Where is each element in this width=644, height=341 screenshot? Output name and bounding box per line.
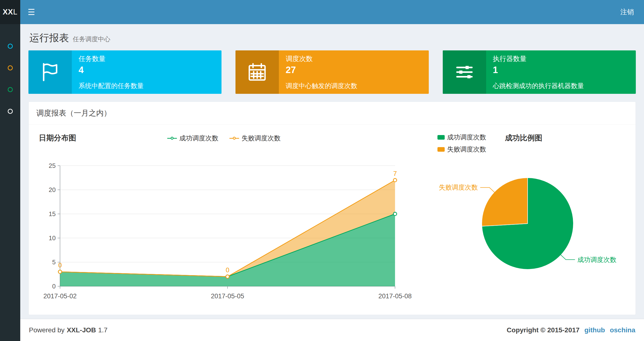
info-box-description: 系统中配置的任务数量 bbox=[78, 82, 215, 90]
date-distribution-plot[interactable]: 05101520252017-05-022017-05-052017-05-08… bbox=[36, 151, 412, 305]
swatch-icon bbox=[438, 135, 445, 140]
logout-link[interactable]: 注销 bbox=[610, 0, 644, 24]
line-marker-icon bbox=[230, 137, 239, 140]
pie-chart-title: 成功比例图 bbox=[505, 133, 542, 143]
success-ratio-chart: 成功调度次数 失败调度次数 成功比例图 成功调度次数失败调度次数 bbox=[412, 131, 628, 306]
brand-name: XXL-JOB bbox=[67, 326, 96, 334]
legend-item-success[interactable]: 成功调度次数 bbox=[438, 133, 486, 142]
oschina-link[interactable]: oschina bbox=[610, 326, 635, 334]
legend-label: 成功调度次数 bbox=[179, 134, 218, 143]
svg-text:2017-05-05: 2017-05-05 bbox=[211, 292, 244, 300]
legend-item-success[interactable]: 成功调度次数 bbox=[167, 134, 218, 143]
info-box-value: 4 bbox=[78, 65, 215, 75]
svg-text:2017-05-02: 2017-05-02 bbox=[44, 292, 77, 300]
copyright-text: Copyright © 2015-2017 bbox=[506, 326, 580, 334]
page-title: 运行报表 任务调度中心 bbox=[30, 31, 635, 45]
report-panel: 调度报表（一月之内） 日期分布图 bbox=[28, 102, 636, 315]
svg-text:失败调度次数: 失败调度次数 bbox=[439, 184, 478, 191]
success-ratio-plot[interactable]: 成功调度次数失败调度次数 bbox=[422, 154, 628, 298]
sidebar-item-1[interactable] bbox=[0, 35, 20, 57]
svg-text:15: 15 bbox=[49, 210, 56, 217]
content: 运行报表 任务调度中心 任务数量 bbox=[20, 24, 644, 319]
app-root: XXL ☰ 注销 运 bbox=[0, 0, 644, 341]
info-box-content: 调度次数 27 调度中心触发的调度次数 bbox=[279, 50, 428, 94]
sidebar-item-2[interactable] bbox=[0, 57, 20, 79]
svg-text:0: 0 bbox=[226, 266, 229, 274]
line-marker-icon bbox=[167, 137, 177, 140]
svg-text:0: 0 bbox=[58, 262, 62, 269]
logo-bold: XX bbox=[3, 8, 13, 17]
sidebar-item-3[interactable] bbox=[0, 79, 20, 100]
info-box-description: 调度中心触发的调度次数 bbox=[286, 82, 422, 90]
calendar-icon bbox=[236, 50, 279, 94]
circle-o-icon bbox=[8, 109, 13, 114]
panel-body: 日期分布图 成功调度次数 bbox=[29, 125, 636, 315]
legend-label: 成功调度次数 bbox=[447, 133, 486, 142]
sliders-icon bbox=[443, 50, 486, 94]
sidebar-toggle-button[interactable]: ☰ bbox=[20, 0, 42, 24]
github-link[interactable]: github bbox=[584, 326, 605, 334]
sidebar bbox=[0, 24, 20, 341]
powered-by: Powered by XXL-JOB 1.7 bbox=[29, 326, 108, 334]
svg-text:2017-05-08: 2017-05-08 bbox=[378, 292, 412, 300]
sidebar-item-4[interactable] bbox=[0, 100, 20, 122]
circle-o-icon bbox=[8, 87, 13, 92]
svg-text:7: 7 bbox=[393, 170, 397, 177]
info-box-triggers: 调度次数 27 调度中心触发的调度次数 bbox=[236, 50, 428, 94]
top-navbar: XXL ☰ 注销 bbox=[0, 0, 644, 24]
circle-o-icon bbox=[8, 44, 13, 49]
flag-icon bbox=[28, 50, 72, 94]
legend-item-fail[interactable]: 失败调度次数 bbox=[438, 145, 486, 154]
hamburger-icon: ☰ bbox=[28, 7, 35, 17]
logo[interactable]: XXL bbox=[0, 0, 20, 24]
legend-item-fail[interactable]: 失败调度次数 bbox=[230, 134, 280, 143]
brand-version: 1.7 bbox=[98, 326, 108, 334]
page-subtitle: 任务调度中心 bbox=[73, 35, 110, 44]
content-header: 运行报表 任务调度中心 bbox=[28, 24, 636, 50]
svg-text:20: 20 bbox=[49, 186, 56, 193]
info-box-label: 执行器数量 bbox=[493, 54, 629, 64]
svg-text:0: 0 bbox=[52, 283, 56, 290]
page-title-text: 运行报表 bbox=[30, 31, 69, 45]
copyright: Copyright © 2015-2017 github oschina bbox=[506, 326, 635, 334]
line-chart-header: 日期分布图 成功调度次数 bbox=[36, 131, 412, 151]
svg-text:成功调度次数: 成功调度次数 bbox=[578, 256, 616, 263]
circle-o-icon bbox=[8, 65, 13, 70]
main-area: 运行报表 任务调度中心 任务数量 bbox=[0, 24, 644, 341]
info-box-description: 心跳检测成功的执行器机器数量 bbox=[493, 82, 629, 90]
info-box-content: 任务数量 4 系统中配置的任务数量 bbox=[72, 50, 222, 94]
legend-label: 失败调度次数 bbox=[447, 145, 486, 154]
swatch-icon bbox=[438, 147, 445, 152]
pie-chart-legend: 成功调度次数 失败调度次数 bbox=[438, 133, 486, 154]
info-box-content: 执行器数量 1 心跳检测成功的执行器机器数量 bbox=[486, 50, 636, 94]
right-column: 运行报表 任务调度中心 任务数量 bbox=[20, 24, 644, 341]
footer: Powered by XXL-JOB 1.7 Copyright © 2015-… bbox=[20, 319, 644, 341]
info-box-value: 1 bbox=[493, 65, 629, 75]
info-box-label: 调度次数 bbox=[286, 54, 422, 64]
logo-rest: L bbox=[13, 8, 18, 17]
pie-chart-header: 成功调度次数 失败调度次数 成功比例图 bbox=[422, 131, 628, 154]
info-box-executors: 执行器数量 1 心跳检测成功的执行器机器数量 bbox=[443, 50, 636, 94]
info-box-label: 任务数量 bbox=[78, 54, 215, 64]
date-distribution-chart: 日期分布图 成功调度次数 bbox=[36, 131, 412, 306]
legend-label: 失败调度次数 bbox=[242, 134, 280, 143]
info-box-value: 27 bbox=[286, 65, 422, 75]
svg-text:10: 10 bbox=[49, 234, 56, 242]
line-chart-legend: 成功调度次数 失败调度次数 bbox=[36, 134, 412, 143]
powered-prefix: Powered by bbox=[29, 326, 64, 334]
panel-title: 调度报表（一月之内） bbox=[29, 102, 636, 125]
svg-text:5: 5 bbox=[52, 258, 56, 266]
info-box-jobs: 任务数量 4 系统中配置的任务数量 bbox=[28, 50, 222, 94]
info-box-row: 任务数量 4 系统中配置的任务数量 bbox=[28, 50, 636, 94]
svg-text:25: 25 bbox=[49, 162, 56, 169]
